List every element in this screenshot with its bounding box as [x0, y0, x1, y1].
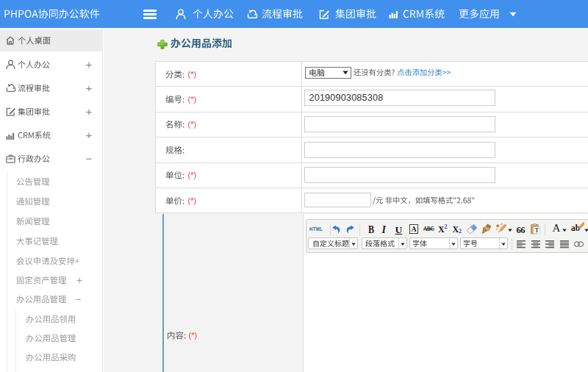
- svg-text:T: T: [534, 226, 539, 233]
